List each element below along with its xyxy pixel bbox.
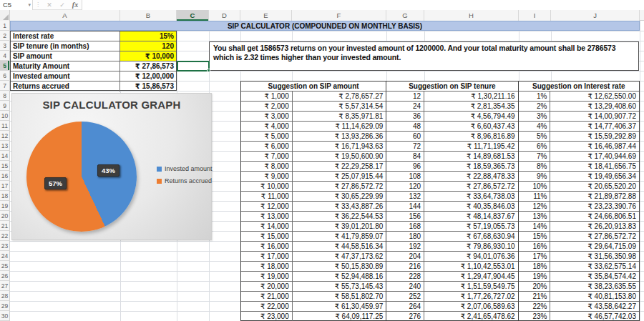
- table-cell[interactable]: 13%: [519, 212, 551, 222]
- select-all-corner[interactable]: [0, 10, 10, 21]
- table-cell[interactable]: 204: [386, 252, 424, 262]
- summary-value[interactable]: 120: [120, 41, 176, 51]
- table-cell[interactable]: ₹ 1,51,59,549.75: [424, 282, 519, 292]
- legend-item[interactable]: Returns accrued: [157, 177, 213, 184]
- table-cell[interactable]: ₹ 38,23,635.55: [550, 282, 639, 292]
- table-cell[interactable]: ₹ 23,000: [241, 312, 293, 321]
- table-cell[interactable]: ₹ 15,59,292.89: [550, 132, 639, 142]
- table-cell[interactable]: ₹ 16,46,987.44: [550, 142, 639, 152]
- row-header-8[interactable]: 8: [0, 91, 10, 101]
- table-cell[interactable]: 6%: [519, 142, 551, 152]
- pie-chart[interactable]: SIP CALCULATOR GRAPH 43% 57% Invested am…: [11, 93, 212, 240]
- table-cell[interactable]: ₹ 2,78,657.27: [293, 92, 387, 102]
- table-cell[interactable]: ₹ 46,57,742.03: [550, 312, 639, 321]
- table-cell[interactable]: ₹ 14,00,907.72: [550, 112, 639, 122]
- row-header-17[interactable]: 17: [0, 181, 10, 191]
- row-header-12[interactable]: 12: [0, 131, 10, 141]
- row-header-3[interactable]: 3: [0, 41, 10, 51]
- table-cell[interactable]: 228: [386, 272, 424, 282]
- table-cell[interactable]: 18%: [519, 262, 551, 272]
- table-cell[interactable]: ₹ 94,01,076.36: [424, 252, 519, 262]
- row-header-24[interactable]: 24: [0, 251, 10, 261]
- table-cell[interactable]: 252: [386, 292, 424, 302]
- table-cell[interactable]: ₹ 21,89,872.88: [550, 192, 639, 202]
- enter-icon[interactable]: ✓: [56, 1, 69, 9]
- table-cell[interactable]: ₹ 19,50,600.90: [293, 152, 387, 162]
- column-header-d[interactable]: D: [209, 10, 240, 21]
- table-cell[interactable]: ₹ 50,15,830.89: [293, 262, 387, 272]
- row-header-11[interactable]: 11: [0, 121, 10, 131]
- table-cell[interactable]: 16%: [519, 242, 551, 252]
- table-cell[interactable]: ₹ 8,96,816.89: [424, 132, 519, 142]
- row-header-4[interactable]: 4: [0, 51, 10, 61]
- table-cell[interactable]: ₹ 41,79,859.07: [293, 232, 387, 242]
- row-header-1[interactable]: 1: [0, 21, 10, 31]
- table-cell[interactable]: ₹ 4,56,794.49: [424, 112, 519, 122]
- row-header-16[interactable]: 16: [0, 171, 10, 181]
- row-header-25[interactable]: 25: [0, 261, 10, 271]
- sheet-grid[interactable]: SIP CALCULATOR (COMPOUNDED ON MONTHLY BA…: [0, 21, 644, 321]
- message-box-cell[interactable]: You shall get 1586573 returns on your in…: [209, 41, 639, 71]
- column-header-h[interactable]: H: [424, 10, 519, 21]
- table-cell[interactable]: 132: [386, 192, 424, 202]
- table-cell[interactable]: ₹ 18,41,656.75: [550, 162, 639, 172]
- table-cell[interactable]: ₹ 8,000: [241, 162, 293, 172]
- table-cell[interactable]: ₹ 17,40,944.69: [550, 152, 639, 162]
- table-cell[interactable]: ₹ 14,000: [241, 222, 293, 232]
- table-cell[interactable]: 2%: [519, 102, 551, 112]
- table-cell[interactable]: 21%: [519, 292, 551, 302]
- row-header-10[interactable]: 10: [0, 111, 10, 121]
- table-cell[interactable]: 9%: [519, 172, 551, 182]
- pie-graphic[interactable]: [26, 122, 137, 232]
- table-cell[interactable]: 10%: [519, 182, 551, 192]
- table-cell[interactable]: ₹ 48,14,837.67: [424, 212, 519, 222]
- table-cell[interactable]: ₹ 22,29,258.17: [293, 162, 387, 172]
- insert-function-icon[interactable]: fx: [69, 1, 82, 9]
- table-cell[interactable]: ₹ 16,000: [241, 242, 293, 252]
- table-cell[interactable]: 60: [386, 132, 424, 142]
- table-cell[interactable]: ₹ 12,62,550.00: [550, 92, 639, 102]
- table-cell[interactable]: 19%: [519, 272, 551, 282]
- table-cell[interactable]: ₹ 19,000: [241, 272, 293, 282]
- table-cell[interactable]: 14%: [519, 222, 551, 232]
- table-cell[interactable]: 276: [386, 312, 424, 321]
- table-cell[interactable]: ₹ 11,71,195.42: [424, 142, 519, 152]
- table-cell[interactable]: ₹ 40,35,846.03: [424, 202, 519, 212]
- table-cell[interactable]: ₹ 15,000: [241, 232, 293, 242]
- table-cell[interactable]: 17%: [519, 252, 551, 262]
- table-cell[interactable]: 24: [386, 102, 424, 112]
- table-cell[interactable]: ₹ 79,86,930.10: [424, 242, 519, 252]
- table-cell[interactable]: 48: [386, 122, 424, 132]
- table-cell[interactable]: ₹ 9,000: [241, 172, 293, 182]
- row-header-30[interactable]: 30: [0, 311, 10, 321]
- table-cell[interactable]: ₹ 17,000: [241, 252, 293, 262]
- table-cell[interactable]: ₹ 67,68,630.94: [424, 232, 519, 242]
- summary-value[interactable]: ₹ 12,00,000: [120, 71, 176, 81]
- row-header-5[interactable]: 5: [0, 61, 10, 71]
- row-header-2[interactable]: 2: [0, 31, 10, 41]
- table-cell[interactable]: ₹ 2,000: [241, 102, 293, 112]
- table-cell[interactable]: 216: [386, 262, 424, 272]
- table-cell[interactable]: ₹ 6,60,437.43: [424, 122, 519, 132]
- row-header-14[interactable]: 14: [0, 151, 10, 161]
- table-cell[interactable]: ₹ 1,10,42,553.01: [424, 262, 519, 272]
- row-header-23[interactable]: 23: [0, 241, 10, 251]
- row-header-18[interactable]: 18: [0, 191, 10, 201]
- table-cell[interactable]: ₹ 18,000: [241, 262, 293, 272]
- table-cell[interactable]: 20%: [519, 282, 551, 292]
- table-cell[interactable]: 8%: [519, 162, 551, 172]
- table-cell[interactable]: ₹ 2,41,65,478.62: [424, 312, 519, 321]
- row-header-29[interactable]: 29: [0, 301, 10, 311]
- table-cell[interactable]: 11%: [519, 192, 551, 202]
- table-cell[interactable]: ₹ 20,000: [241, 282, 293, 292]
- table-cell[interactable]: 120: [386, 182, 424, 192]
- table-cell[interactable]: ₹ 29,64,715.09: [550, 242, 639, 252]
- table-cell[interactable]: 240: [386, 282, 424, 292]
- summary-row-4[interactable]: Maturity Amount₹ 27,86,573: [11, 61, 176, 71]
- summary-value[interactable]: ₹ 27,86,573: [120, 61, 176, 71]
- table-cell[interactable]: ₹ 55,73,145.43: [293, 282, 387, 292]
- column-header-a[interactable]: A: [10, 10, 120, 21]
- table-cell[interactable]: 108: [386, 172, 424, 182]
- table-cell[interactable]: 12: [386, 92, 424, 102]
- table-cell[interactable]: 7%: [519, 152, 551, 162]
